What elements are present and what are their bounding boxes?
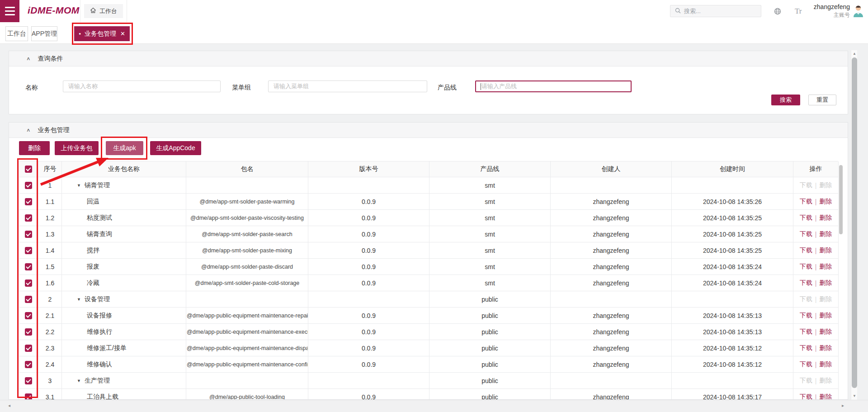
tab-package-management[interactable]: ●业务包管理✕ — [74, 26, 130, 41]
expand-caret-icon[interactable]: ▼ — [77, 183, 81, 188]
delete-link[interactable]: 删除 — [819, 230, 832, 238]
download-link: 下载 — [800, 295, 812, 303]
row-checkbox[interactable] — [25, 279, 32, 287]
row-select-cell — [19, 226, 38, 242]
delete-link[interactable]: 删除 — [819, 393, 832, 400]
created-time-cell: 2024-10-08 14:35:26 — [672, 194, 793, 210]
table-row: 2.2维修执行@dme/app-public-equipment-mainten… — [19, 324, 838, 340]
row-checkbox[interactable] — [25, 231, 32, 238]
delete-link[interactable]: 删除 — [819, 312, 832, 320]
text-input[interactable]: 请输入产品线 — [475, 81, 632, 92]
expand-caret-icon[interactable]: ▼ — [77, 297, 81, 302]
collapse-icon[interactable]: ∧ — [26, 56, 31, 62]
creator-cell: zhangzefeng — [551, 389, 672, 399]
text-input[interactable]: 请输入菜单组 — [268, 81, 427, 92]
row-checkbox[interactable] — [25, 263, 32, 270]
row-checkbox[interactable] — [25, 328, 32, 336]
font-size-icon[interactable]: Tr — [795, 7, 802, 16]
search-button[interactable]: 搜索 — [771, 95, 800, 105]
select-all-checkbox[interactable] — [25, 166, 32, 173]
download-link[interactable]: 下载 — [800, 393, 812, 400]
package-id-cell: @dme/app-smt-solder-paste-cold-storage — [186, 275, 308, 291]
download-link[interactable]: 下载 — [800, 279, 812, 287]
created-time-cell: 2024-10-08 14:35:24 — [672, 275, 793, 291]
row-checkbox[interactable] — [25, 198, 32, 205]
seq-cell: 1.5 — [38, 259, 62, 275]
download-link: 下载 — [800, 181, 812, 189]
toolbar-button[interactable]: 生成AppCode — [150, 141, 201, 155]
actions-cell: 下载|删除 — [793, 340, 839, 356]
action-separator: | — [815, 263, 817, 270]
row-select-cell — [19, 194, 38, 210]
vertical-scrollbar-thumb[interactable] — [852, 57, 857, 388]
row-checkbox[interactable] — [25, 312, 32, 319]
delete-link[interactable]: 删除 — [819, 344, 832, 352]
download-link[interactable]: 下载 — [800, 230, 812, 238]
table-row: 1.4搅拌@dme/app-smt-solder-paste-mixing0.0… — [19, 242, 838, 259]
query-panel-header[interactable]: ∧ 查询条件 — [9, 51, 848, 66]
delete-link[interactable]: 删除 — [819, 198, 832, 206]
delete-link[interactable]: 删除 — [819, 246, 832, 255]
actions-cell: 下载|删除 — [793, 308, 839, 324]
toolbar-button[interactable]: 删除 — [19, 141, 50, 155]
scroll-up-arrow-icon[interactable]: ▲ — [851, 52, 858, 56]
row-checkbox[interactable] — [25, 182, 32, 189]
scroll-left-arrow-icon[interactable]: ◂ — [8, 403, 10, 408]
app-logo[interactable]: iDME-MOM — [28, 5, 80, 16]
package-id-cell: @dme/app-smt-solder-paste-discard — [186, 259, 308, 275]
home-tab[interactable]: 工作台 — [84, 4, 123, 18]
delete-link[interactable]: 删除 — [819, 279, 832, 287]
row-checkbox[interactable] — [25, 393, 32, 400]
language-globe-icon[interactable] — [774, 8, 781, 17]
download-link[interactable]: 下载 — [800, 198, 812, 206]
reset-button[interactable]: 重置 — [808, 95, 836, 105]
tab-workbench[interactable]: 工作台 — [5, 26, 28, 41]
group-name: 锡膏管理 — [85, 181, 110, 189]
delete-link[interactable]: 删除 — [819, 360, 832, 369]
row-checkbox[interactable] — [25, 345, 32, 352]
column-header: 产品线 — [429, 161, 551, 177]
query-body: 搜索 重置 名称请输入名称菜单组请输入菜单组产品线请输入产品线 — [9, 66, 848, 114]
expand-caret-icon[interactable]: ▼ — [77, 379, 81, 383]
input-placeholder: 请输入名称 — [68, 82, 98, 90]
tab-app-management[interactable]: APP管理 — [31, 26, 57, 41]
row-select-cell — [19, 373, 38, 389]
package-panel-header[interactable]: ∧ 业务包管理 — [9, 123, 848, 138]
action-separator: | — [815, 247, 817, 254]
download-link[interactable]: 下载 — [800, 263, 812, 271]
download-link[interactable]: 下载 — [800, 360, 812, 369]
row-checkbox[interactable] — [25, 361, 32, 368]
product-line-cell: smt — [429, 194, 551, 210]
product-line-cell: smt — [429, 177, 551, 194]
download-link[interactable]: 下载 — [800, 344, 812, 352]
delete-link[interactable]: 删除 — [819, 328, 832, 336]
delete-link[interactable]: 删除 — [819, 214, 832, 222]
home-tab-label: 工作台 — [99, 7, 117, 15]
close-tab-icon[interactable]: ✕ — [120, 30, 125, 37]
scroll-down-arrow-icon[interactable]: ▼ — [851, 394, 858, 398]
seq-cell: 2.4 — [38, 356, 62, 373]
toolbar-button[interactable]: 生成apk — [106, 141, 143, 155]
download-link[interactable]: 下载 — [800, 312, 812, 320]
row-checkbox[interactable] — [25, 377, 32, 384]
user-info[interactable]: zhangzefeng 主账号 — [814, 3, 850, 19]
global-search-input[interactable]: 搜索... — [670, 5, 761, 17]
row-checkbox[interactable] — [25, 296, 32, 303]
menu-button[interactable] — [0, 0, 19, 22]
download-link[interactable]: 下载 — [800, 246, 812, 255]
vertical-scrollbar[interactable]: ▲ ▼ — [851, 50, 857, 400]
download-link[interactable]: 下载 — [800, 328, 812, 336]
horizontal-scrollbar[interactable]: ◂ ▸ — [0, 400, 868, 412]
row-checkbox[interactable] — [25, 247, 32, 254]
text-input[interactable]: 请输入名称 — [63, 81, 221, 92]
toolbar-button[interactable]: 上传业务包 — [55, 141, 99, 155]
collapse-icon[interactable]: ∧ — [26, 128, 31, 133]
text-cursor — [481, 83, 481, 90]
table-scrollbar-thumb[interactable] — [839, 165, 843, 234]
delete-link[interactable]: 删除 — [819, 263, 832, 271]
row-checkbox[interactable] — [25, 214, 32, 222]
package-name-cell: 回温 — [62, 194, 186, 210]
user-avatar[interactable] — [853, 4, 864, 19]
scroll-right-arrow-icon[interactable]: ▸ — [842, 403, 844, 408]
download-link[interactable]: 下载 — [800, 214, 812, 222]
